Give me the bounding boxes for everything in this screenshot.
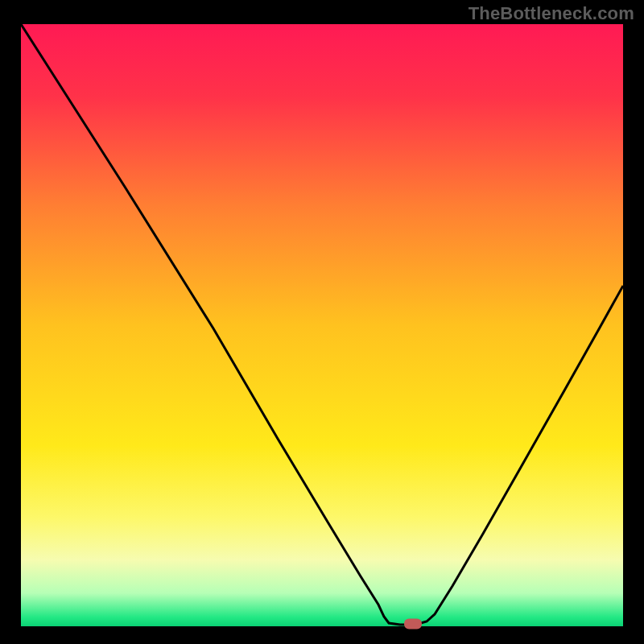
watermark-text: TheBottleneck.com [469,3,634,24]
bottleneck-chart [0,0,644,644]
optimal-marker [404,619,422,630]
plot-background [21,24,623,626]
chart-frame: { "watermark": "TheBottleneck.com", "cha… [0,0,644,644]
